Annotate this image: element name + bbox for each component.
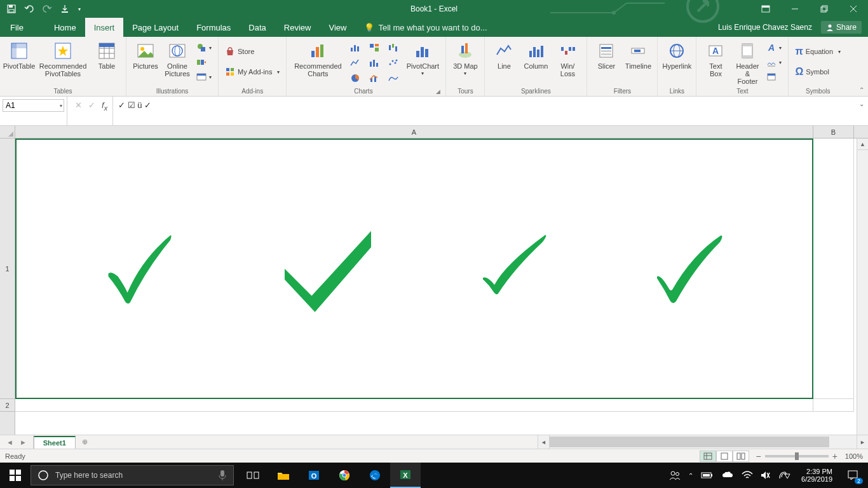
sparkline-column-button[interactable]: Column bbox=[520, 39, 551, 71]
combo-chart-button[interactable] bbox=[365, 71, 383, 85]
task-view-button[interactable] bbox=[238, 463, 268, 488]
header-footer-button[interactable]: Header & Footer bbox=[732, 39, 763, 86]
name-box[interactable]: A1 ▾ bbox=[3, 99, 64, 112]
statistic-chart-button[interactable] bbox=[365, 56, 383, 70]
recommended-charts-button[interactable]: Recommended Charts bbox=[290, 39, 345, 79]
sheet-tab-sheet1[interactable]: Sheet1 bbox=[34, 436, 76, 449]
volume-icon[interactable] bbox=[761, 471, 771, 480]
tab-view[interactable]: View bbox=[320, 18, 355, 37]
wifi-icon[interactable] bbox=[742, 471, 753, 480]
row-header-2[interactable]: 2 bbox=[0, 399, 15, 412]
tab-file[interactable]: File bbox=[1, 18, 32, 37]
wordart-button[interactable]: A▾ bbox=[764, 41, 784, 55]
collapse-ribbon-button[interactable]: ⌃ bbox=[859, 86, 864, 93]
waterfall-chart-button[interactable] bbox=[384, 41, 402, 55]
scroll-left-button[interactable]: ◄ bbox=[538, 435, 550, 449]
timeline-button[interactable]: Timeline bbox=[623, 39, 653, 71]
tray-chevron-up-icon[interactable]: ⌃ bbox=[688, 472, 693, 479]
charts-launcher[interactable]: ◢ bbox=[436, 88, 440, 95]
column-header-b[interactable]: B bbox=[813, 126, 854, 138]
enter-formula-button[interactable]: ✓ bbox=[88, 100, 95, 110]
vertical-scrollbar[interactable]: ▲ ▼ bbox=[857, 139, 868, 449]
scroll-right-button[interactable]: ► bbox=[857, 435, 868, 449]
store-button[interactable]: Store bbox=[222, 44, 282, 58]
redo-button[interactable] bbox=[39, 1, 55, 17]
tab-home[interactable]: Home bbox=[45, 18, 85, 37]
maximize-button[interactable] bbox=[810, 0, 839, 18]
hierarchy-chart-button[interactable] bbox=[365, 41, 383, 55]
pictures-button[interactable]: Pictures bbox=[130, 39, 161, 71]
qat-customize-button[interactable]: ▾ bbox=[75, 1, 84, 17]
pivotchart-button[interactable]: PivotChart ▾ bbox=[403, 39, 442, 78]
tab-page-layout[interactable]: Page Layout bbox=[123, 18, 187, 37]
line-chart-button[interactable] bbox=[346, 56, 364, 70]
pivottable-button[interactable]: PivotTable bbox=[4, 39, 34, 71]
zoom-level[interactable]: 100% bbox=[845, 452, 863, 460]
mic-icon[interactable] bbox=[218, 470, 227, 481]
outlook-button[interactable]: O bbox=[299, 463, 329, 488]
horizontal-scrollbar[interactable]: ◄ ► bbox=[538, 435, 868, 449]
user-name[interactable]: Luis Enrique Chavez Saenz bbox=[718, 23, 812, 32]
tab-formulas[interactable]: Formulas bbox=[187, 18, 240, 37]
page-break-view-button[interactable] bbox=[733, 451, 749, 462]
ribbon-display-options[interactable] bbox=[751, 0, 780, 18]
tab-insert[interactable]: Insert bbox=[85, 18, 124, 37]
table-button[interactable]: Table bbox=[92, 39, 122, 71]
tellme-search[interactable]: 💡 Tell me what you want to do... bbox=[355, 18, 496, 37]
onedrive-icon[interactable] bbox=[721, 471, 734, 480]
column-header-a[interactable]: A bbox=[15, 126, 813, 138]
prev-sheet-button[interactable]: ◄ bbox=[4, 438, 16, 446]
hscroll-thumb[interactable] bbox=[550, 437, 829, 447]
excel-button[interactable]: X bbox=[390, 463, 421, 488]
recommended-pivottables-button[interactable]: Recommended PivotTables bbox=[36, 39, 90, 79]
slicer-button[interactable]: Slicer bbox=[591, 39, 621, 71]
file-explorer-button[interactable] bbox=[268, 463, 299, 488]
equation-button[interactable]: πEquation▾ bbox=[792, 44, 843, 58]
surface-chart-button[interactable] bbox=[384, 71, 402, 85]
next-sheet-button[interactable]: ► bbox=[17, 438, 29, 446]
action-center-button[interactable]: 2 bbox=[837, 463, 868, 488]
taskbar-clock[interactable]: 2:39 PM 6/29/2019 bbox=[796, 468, 837, 483]
taskbar-search[interactable]: Type here to search bbox=[31, 465, 234, 485]
zoom-slider[interactable] bbox=[765, 455, 829, 458]
share-button[interactable]: Share bbox=[821, 21, 862, 34]
tab-data[interactable]: Data bbox=[240, 18, 275, 37]
undo-button[interactable] bbox=[22, 1, 37, 17]
input-icon[interactable] bbox=[778, 471, 791, 480]
zoom-out-button[interactable]: − bbox=[756, 451, 761, 461]
battery-icon[interactable] bbox=[701, 471, 714, 479]
textbox-button[interactable]: A Text Box bbox=[700, 39, 731, 79]
pie-chart-button[interactable] bbox=[346, 71, 364, 85]
tab-review[interactable]: Review bbox=[275, 18, 320, 37]
expand-formula-bar-button[interactable]: ⌄ bbox=[859, 100, 864, 107]
chrome-button[interactable] bbox=[329, 463, 360, 488]
symbol-button[interactable]: ΩSymbol bbox=[792, 65, 843, 79]
save-button[interactable] bbox=[4, 1, 19, 17]
cells-area[interactable] bbox=[15, 139, 857, 449]
online-pictures-button[interactable]: Online Pictures bbox=[162, 39, 193, 79]
cancel-formula-button[interactable]: ✕ bbox=[75, 100, 82, 110]
scroll-up-button[interactable]: ▲ bbox=[857, 139, 868, 150]
formula-input[interactable]: ✓ ☑ ü ✓ ⌄ bbox=[113, 97, 868, 125]
sparkline-winloss-button[interactable]: Win/ Loss bbox=[552, 39, 583, 79]
shapes-button[interactable]: ▾ bbox=[194, 41, 214, 55]
screenshot-button[interactable]: ▾ bbox=[194, 70, 214, 84]
chevron-down-icon[interactable]: ▾ bbox=[60, 103, 62, 109]
normal-view-button[interactable] bbox=[700, 451, 716, 462]
cell-a1[interactable] bbox=[15, 139, 813, 399]
smartart-button[interactable] bbox=[194, 55, 214, 69]
close-button[interactable] bbox=[839, 0, 868, 18]
3d-map-button[interactable]: 3D Map ▾ bbox=[450, 39, 480, 78]
column-chart-button[interactable] bbox=[346, 41, 364, 55]
people-icon[interactable] bbox=[669, 470, 681, 481]
add-sheet-button[interactable]: ⊕ bbox=[76, 435, 94, 449]
my-addins-button[interactable]: My Add-ins▾ bbox=[222, 65, 282, 79]
start-button[interactable] bbox=[0, 463, 31, 488]
object-button[interactable] bbox=[764, 70, 784, 84]
signature-line-button[interactable]: ▾ bbox=[764, 55, 784, 69]
row-header-1[interactable]: 1 bbox=[0, 139, 15, 399]
scatter-chart-button[interactable] bbox=[384, 56, 402, 70]
page-layout-view-button[interactable] bbox=[716, 451, 733, 462]
edge-button[interactable] bbox=[360, 463, 390, 488]
touch-mode-button[interactable] bbox=[57, 1, 72, 17]
